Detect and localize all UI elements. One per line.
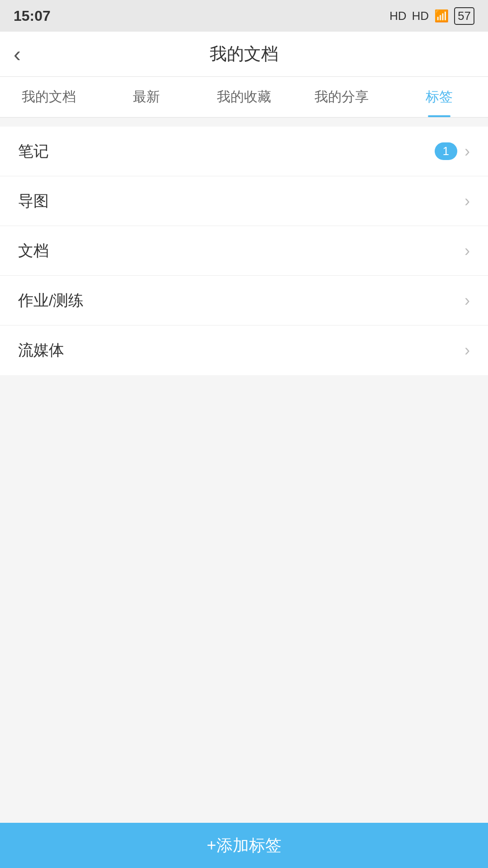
list-item-homework-label: 作业/测练 [18, 290, 84, 311]
tab-latest[interactable]: 最新 [98, 77, 195, 117]
tab-my-docs[interactable]: 我的文档 [0, 77, 98, 117]
signal-icon-2: HD [412, 9, 429, 23]
chevron-right-icon: › [465, 142, 470, 161]
chevron-right-icon: › [465, 192, 470, 211]
chevron-right-icon: › [465, 291, 470, 310]
status-bar: 15:07 HD HD 📶 57 [0, 0, 488, 32]
add-tag-button[interactable]: +添加标签 [0, 823, 488, 868]
add-tag-label: +添加标签 [206, 835, 281, 857]
tab-tags[interactable]: 标签 [390, 77, 488, 117]
list-item-docs-label: 文档 [18, 241, 49, 261]
signal-icon: HD [389, 9, 407, 23]
top-nav: ‹ 我的文档 [0, 32, 488, 77]
list-item-notes-left: 笔记 [18, 141, 49, 162]
list-item-mindmap-label: 导图 [18, 191, 49, 212]
list-item-docs[interactable]: 文档 › [0, 226, 488, 276]
list-item-notes-label: 笔记 [18, 141, 49, 162]
status-icons: HD HD 📶 57 [389, 7, 474, 25]
chevron-right-icon: › [465, 341, 470, 360]
list-item-mindmap-left: 导图 [18, 191, 49, 212]
list-item-homework-left: 作业/测练 [18, 290, 84, 311]
list-item-mindmap-right: › [465, 192, 470, 211]
list-item-streaming[interactable]: 流媒体 › [0, 326, 488, 375]
list-item-notes[interactable]: 笔记 1 › [0, 127, 488, 176]
tab-favorites[interactable]: 我的收藏 [195, 77, 293, 117]
wifi-icon: 📶 [434, 9, 449, 23]
notes-badge: 1 [435, 142, 457, 160]
list-item-docs-right: › [465, 241, 470, 260]
back-button[interactable]: ‹ [14, 42, 21, 66]
list-item-streaming-left: 流媒体 [18, 340, 64, 361]
battery-icon: 57 [454, 7, 474, 25]
list-item-streaming-label: 流媒体 [18, 340, 64, 361]
list-item-notes-right: 1 › [435, 142, 470, 161]
list-item-homework[interactable]: 作业/测练 › [0, 276, 488, 326]
chevron-right-icon: › [465, 241, 470, 260]
status-time: 15:07 [14, 8, 51, 24]
tab-shared[interactable]: 我的分享 [293, 77, 390, 117]
tag-list: 笔记 1 › 导图 › 文档 › 作业/测练 › 流 [0, 127, 488, 375]
list-item-streaming-right: › [465, 341, 470, 360]
list-item-mindmap[interactable]: 导图 › [0, 176, 488, 226]
list-item-docs-left: 文档 [18, 241, 49, 261]
list-item-homework-right: › [465, 291, 470, 310]
tab-bar: 我的文档 最新 我的收藏 我的分享 标签 [0, 77, 488, 118]
page-title: 我的文档 [210, 42, 278, 66]
